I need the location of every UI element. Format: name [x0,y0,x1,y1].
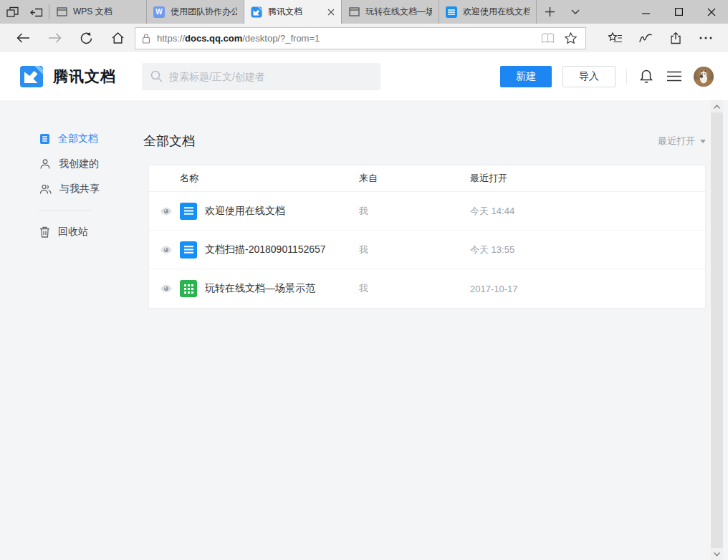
scrollbar-thumb[interactable] [711,112,723,548]
vertical-scrollbar[interactable] [711,100,723,560]
tab-title: 腾讯文档 [268,6,322,18]
hub-favorites-icon[interactable] [600,24,631,52]
doc-file-icon [180,241,197,259]
notifications-bell-icon[interactable] [638,67,655,85]
browser-tab-tencent-docs[interactable]: 腾讯文档 [244,0,342,24]
forward-button[interactable] [39,24,70,52]
favorite-star-icon[interactable] [565,32,577,44]
chevron-down-icon [700,140,706,143]
sidebar-divider [39,210,91,211]
url-text: https://docs.qq.com/desktop/?_from=1 [157,33,541,44]
browser-tab-welcome-doc[interactable]: 欢迎使用在线文档 [439,0,537,24]
lock-icon [141,33,151,44]
trash-icon [39,226,50,238]
tab-title: 玩转在线文档—场 [365,6,432,18]
eye-icon[interactable] [160,284,176,293]
tabs-set-aside-button[interactable] [24,0,49,24]
document-opened-time: 今天 14:44 [470,205,514,218]
scroll-up-icon[interactable] [711,100,723,112]
browser-tab-team-doc[interactable]: W 使用团队协作办公 [147,0,244,24]
document-opened-time: 今天 13:55 [470,243,514,256]
import-button[interactable]: 导入 [562,66,616,87]
tab-close-icon[interactable] [327,9,335,16]
brand-name: 腾讯文档 [53,67,116,87]
sidebar-item-all-docs[interactable]: 全部文档 [39,130,133,148]
document-owner: 我 [359,205,470,218]
sidebar-item-label: 全部文档 [58,132,98,145]
document-list: 名称 来自 最近打开 欢迎使用在线文档 我 今天 14:44 [148,165,706,309]
w-doc-icon: W [153,6,165,18]
more-menu-icon[interactable] [691,24,721,52]
search-icon [150,70,163,82]
sort-dropdown[interactable]: 最近打开 [658,135,706,148]
new-document-button[interactable]: 新建 [500,66,552,87]
back-button[interactable] [7,24,39,52]
header-divider [626,69,627,85]
browser-tab-play-doc[interactable]: 玩转在线文档—场 [342,0,439,24]
doc-file-icon [180,203,197,220]
eye-icon[interactable] [160,246,176,254]
all-docs-icon [39,133,50,145]
set-tabs-aside-button[interactable] [0,0,24,24]
table-header: 名称 来自 最近打开 [149,165,705,192]
tabs-set-aside-icon [30,6,43,18]
sidebar-item-label: 回收站 [58,226,88,238]
column-header-from: 来自 [359,172,470,185]
sheet-file-icon [180,280,197,297]
minimize-button[interactable] [629,0,662,24]
reading-view-icon[interactable] [541,33,555,44]
sidebar-item-shared-with-me[interactable]: 与我共享 [39,180,133,198]
eye-icon[interactable] [160,207,176,216]
user-avatar[interactable] [694,67,714,87]
search-input[interactable] [169,71,372,82]
tab-bar: WPS 文档 W 使用团队协作办公 腾讯文档 [0,0,728,24]
document-title[interactable]: 玩转在线文档—场景示范 [205,282,359,295]
close-window-button[interactable] [695,0,728,24]
menu-hamburger-icon[interactable] [666,69,683,83]
sidebar-item-created-by-me[interactable]: 我创建的 [39,155,133,173]
set-tabs-aside-icon [6,6,19,18]
sidebar-item-label: 我创建的 [59,158,99,170]
tencent-docs-icon [251,6,262,18]
table-row[interactable]: 欢迎使用在线文档 我 今天 14:44 [149,192,705,231]
document-title[interactable]: 欢迎使用在线文档 [205,205,359,218]
home-button[interactable] [102,24,133,52]
person-icon [39,158,51,170]
window-icon [56,6,67,18]
tab-list-dropdown-button[interactable] [562,0,588,24]
tencent-docs-logo-icon [19,64,44,90]
column-header-name: 名称 [180,172,359,185]
maximize-button[interactable] [662,0,695,24]
tab-title: 使用团队协作办公 [171,6,237,18]
share-icon[interactable] [661,24,691,52]
tab-title: WPS 文档 [73,6,140,18]
table-row[interactable]: 玩转在线文档—场景示范 我 2017-10-17 [149,269,705,308]
blue-doc-icon [446,6,457,18]
new-tab-button[interactable] [537,0,562,24]
refresh-button[interactable] [70,24,102,52]
annotate-pen-icon[interactable] [631,24,661,52]
sidebar-item-label: 与我共享 [59,183,100,195]
document-owner: 我 [359,243,470,256]
scroll-down-icon[interactable] [711,548,723,560]
table-row[interactable]: 文档扫描-20180901152657 我 今天 13:55 [149,231,705,269]
browser-tab-wps[interactable]: WPS 文档 [49,0,147,24]
search-box[interactable] [142,63,380,90]
sidebar-item-trash[interactable]: 回收站 [39,223,133,241]
window-icon [348,6,360,18]
document-title[interactable]: 文档扫描-20180901152657 [205,243,359,256]
document-owner: 我 [359,282,470,295]
people-icon [39,183,52,195]
tab-title: 欢迎使用在线文档 [463,6,530,18]
sidebar: 全部文档 我创建的 与我共享 [0,100,133,248]
document-opened-time: 2017-10-17 [470,284,518,294]
address-bar: https://docs.qq.com/desktop/?_from=1 [0,24,728,52]
url-field[interactable]: https://docs.qq.com/desktop/?_from=1 [135,27,586,49]
column-header-opened: 最近打开 [470,172,507,185]
sort-label: 最近打开 [658,135,695,148]
main-area: 全部文档 最近打开 名称 来自 最近打开 [143,100,706,309]
brand-logo[interactable]: 腾讯文档 [19,64,116,90]
page-content: 全部文档 我创建的 与我共享 [0,100,728,560]
browser-window: WPS 文档 W 使用团队协作办公 腾讯文档 [0,0,728,560]
site-header: 腾讯文档 新建 导入 [0,52,728,100]
